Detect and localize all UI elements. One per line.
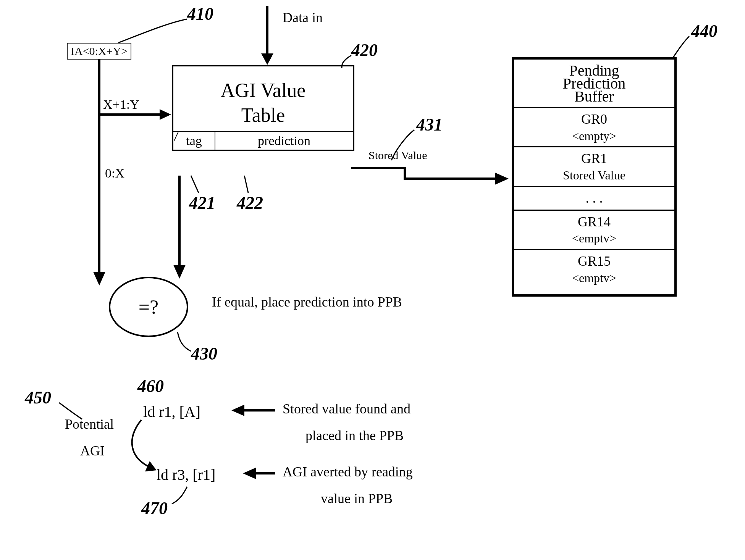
note1-l1: Stored value found and (283, 401, 410, 417)
note1-l2: placed in the PPB (305, 428, 404, 444)
svg-marker-16 (243, 468, 256, 479)
note2-l2: value in PPB (321, 491, 393, 507)
note2-l1: AGI averted by reading (283, 464, 413, 480)
